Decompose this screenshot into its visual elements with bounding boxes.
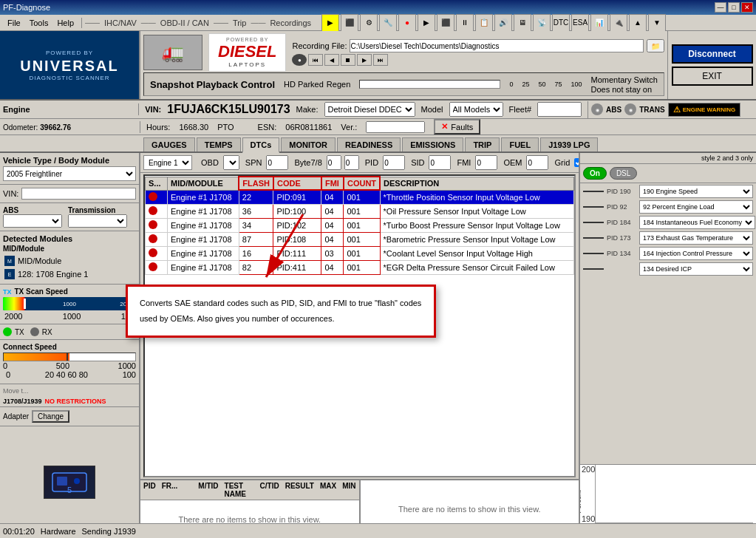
tb-icon18[interactable]: ▼ bbox=[648, 14, 666, 32]
pid-dropdown-1[interactable]: 92 Percent Engine Load bbox=[639, 200, 753, 214]
tab-fuel[interactable]: FUEL bbox=[501, 137, 539, 151]
adapter-image-section: 5 bbox=[0, 426, 139, 538]
dtc-row-2[interactable]: Engine #1 J170834PID:10204001*Turbo Boos… bbox=[146, 218, 574, 232]
tb-icon2[interactable]: ⬛ bbox=[341, 14, 358, 32]
vin-label: VIN: bbox=[145, 105, 161, 114]
title-buttons[interactable]: — □ ✕ bbox=[715, 2, 753, 13]
exit-button[interactable]: EXIT bbox=[672, 67, 753, 86]
pid-dropdown-0[interactable]: 190 Engine Speed bbox=[639, 185, 753, 198]
tb-icon8[interactable]: ⏸ bbox=[456, 14, 474, 32]
menu-file[interactable]: File bbox=[3, 17, 25, 29]
abs-select[interactable] bbox=[3, 214, 62, 228]
faults-button[interactable]: ✕ Faults bbox=[434, 119, 480, 134]
status-sending: Sending J1939 bbox=[82, 527, 136, 536]
fleet-input[interactable] bbox=[537, 102, 582, 117]
browse-btn[interactable]: 📁 bbox=[647, 39, 664, 52]
pid-filter-input[interactable] bbox=[383, 155, 405, 170]
tb-icon14[interactable]: ESA bbox=[571, 14, 589, 32]
dtc-row-1[interactable]: Engine #1 J170836PID:10004001*Oil Pressu… bbox=[146, 204, 574, 218]
min-header: MIN bbox=[342, 482, 355, 498]
dtc-row-3[interactable]: Engine #1 J170887PID:10804001*Barometric… bbox=[146, 232, 574, 246]
tb-icon10[interactable]: 🔊 bbox=[494, 14, 512, 32]
ver-input[interactable] bbox=[366, 121, 425, 133]
tab-monitor[interactable]: MONITOR bbox=[281, 137, 336, 151]
make-select[interactable]: Detroit Diesel DDEC bbox=[324, 102, 415, 117]
tb-icon7[interactable]: ⬛ bbox=[437, 14, 454, 32]
tb-icon1[interactable]: ▶ bbox=[321, 14, 339, 32]
module-icon-1: E bbox=[4, 269, 15, 279]
j1708-section: J1708/J1939 NO RESTRICTIONS bbox=[0, 396, 139, 407]
rec-icon1[interactable]: ● bbox=[292, 54, 307, 66]
status-hardware: Hardware bbox=[41, 527, 76, 536]
dsl-toggle[interactable]: DSL bbox=[610, 167, 637, 180]
rec-icon5[interactable]: ▶ bbox=[357, 54, 372, 66]
minimize-btn[interactable]: — bbox=[715, 2, 726, 13]
dtc-row-4[interactable]: Engine #1 J170816PID:11103001*Coolant Le… bbox=[146, 246, 574, 260]
menu-tools[interactable]: Tools bbox=[25, 17, 53, 29]
rec-icon3[interactable]: ◀ bbox=[324, 54, 339, 66]
tb-icon16[interactable]: 🔌 bbox=[610, 14, 627, 32]
pid-dropdown-3[interactable]: 173 Exhaust Gas Temperature bbox=[639, 231, 753, 245]
rec-icon2[interactable]: ⏮ bbox=[308, 54, 323, 66]
vehicle-type-select[interactable]: 2005 Freightliner bbox=[3, 166, 136, 181]
oem-input[interactable] bbox=[526, 155, 548, 170]
right-panel: style 2 and 3 only On DSL PID 190 190 En… bbox=[579, 153, 756, 538]
dtc-row-0[interactable]: Engine #1 J170822PID:09104001*Throttle P… bbox=[146, 190, 574, 204]
tb-icon6[interactable]: ▶ bbox=[418, 14, 435, 32]
tb-icon12[interactable]: 📡 bbox=[533, 14, 551, 32]
sidebar-vin-input[interactable] bbox=[21, 188, 136, 200]
model-select[interactable]: All Models bbox=[449, 102, 503, 117]
close-btn[interactable]: ✕ bbox=[741, 2, 753, 13]
tb-icon17[interactable]: ▲ bbox=[629, 14, 647, 32]
change-button[interactable]: Change bbox=[32, 410, 69, 423]
tab-emissions[interactable]: EMISSIONS bbox=[402, 137, 463, 151]
cell-flash-0: 22 bbox=[239, 190, 273, 204]
pid-dropdown-2[interactable]: 184 Instantaneous Fuel Economy bbox=[639, 216, 755, 229]
rec-icon4[interactable]: ⏹ bbox=[341, 54, 355, 66]
sid-input[interactable] bbox=[429, 155, 451, 170]
module-item-1[interactable]: E 128: 1708 Engine 1 bbox=[3, 268, 136, 281]
scan-speed-slider[interactable]: 2000 1000 bbox=[3, 297, 136, 310]
tab-temps[interactable]: TEMPS bbox=[197, 137, 241, 151]
scale-0: 0 bbox=[509, 81, 513, 88]
on-toggle[interactable]: On bbox=[583, 167, 607, 180]
chart-y-label: Percent bbox=[579, 490, 582, 513]
disconnect-button[interactable]: Disconnect bbox=[672, 44, 753, 64]
tab-trip[interactable]: TRIP bbox=[465, 137, 500, 151]
sidebar-vin-label: VIN: bbox=[3, 189, 18, 198]
recording-path-input[interactable] bbox=[350, 39, 644, 52]
tab-dtcs[interactable]: DTCs bbox=[242, 137, 280, 153]
pid-line-2 bbox=[583, 222, 604, 223]
tb-icon3[interactable]: ⚙ bbox=[360, 14, 378, 32]
obd-select[interactable] bbox=[223, 155, 239, 170]
tab-readiness[interactable]: READINESS bbox=[337, 137, 401, 151]
menu-help[interactable]: Help bbox=[52, 17, 78, 29]
connect-speed-slider[interactable] bbox=[3, 353, 136, 361]
tb-icon15[interactable]: 📊 bbox=[590, 14, 608, 32]
pid-dropdown-4[interactable]: 164 Injection Control Pressure bbox=[639, 247, 753, 260]
byte7-input[interactable] bbox=[327, 155, 341, 170]
tb-icon11[interactable]: 🖥 bbox=[514, 14, 531, 32]
pid-list: PID 190 190 Engine Speed PID 92 92 Perce… bbox=[580, 183, 756, 464]
tab-gauges[interactable]: GAUGES bbox=[143, 137, 195, 151]
fmi-filter-input[interactable] bbox=[475, 155, 497, 170]
spn-input[interactable] bbox=[266, 155, 288, 170]
tb-icon13[interactable]: DTC bbox=[552, 14, 570, 32]
maximize-btn[interactable]: □ bbox=[728, 2, 740, 13]
move-label: Move t... bbox=[0, 384, 139, 396]
pid-dropdown-extra[interactable]: 134 Desired ICP bbox=[639, 262, 753, 276]
tb-icon5[interactable]: ● bbox=[398, 14, 416, 32]
tb-icon9[interactable]: 📋 bbox=[475, 14, 493, 32]
module-item-0[interactable]: M MID/Module bbox=[3, 254, 136, 268]
svg-text:5: 5 bbox=[67, 486, 72, 494]
engine-filter-select[interactable]: Engine 1 bbox=[143, 155, 192, 170]
transmission-select[interactable] bbox=[68, 214, 127, 228]
col-desc: DESCRIPTION bbox=[380, 177, 573, 190]
tb-icon4[interactable]: 🔧 bbox=[379, 14, 397, 32]
dtc-row-5[interactable]: Engine #1 J170882PID:41104001*EGR Delta … bbox=[146, 260, 574, 274]
snapshot-slider[interactable] bbox=[359, 80, 500, 89]
byte8-input[interactable] bbox=[344, 155, 359, 170]
tx-led bbox=[3, 327, 12, 336]
tab-j1939lpg[interactable]: J1939 LPG bbox=[540, 137, 598, 151]
rec-icon6[interactable]: ⏭ bbox=[373, 54, 388, 66]
